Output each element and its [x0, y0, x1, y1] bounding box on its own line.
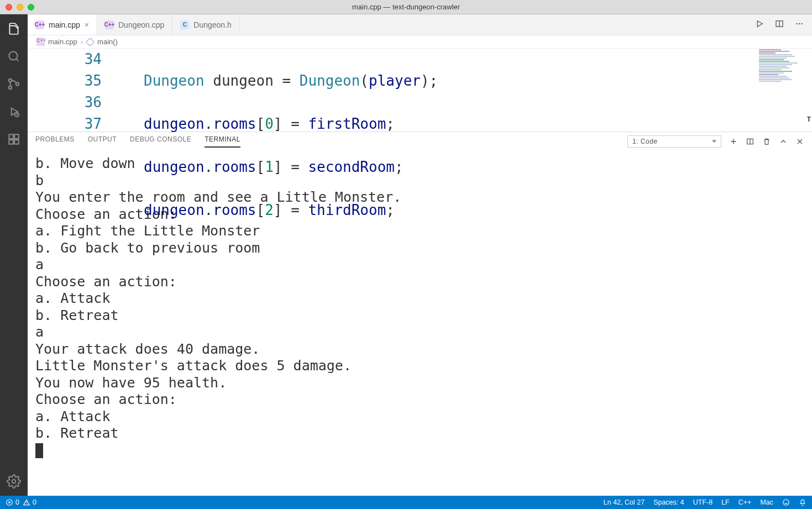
panel-tab-problems[interactable]: PROBLEMS — [35, 135, 75, 148]
status-bar: 0 0 Ln 42, Col 27 Spaces: 4 UTF-8 LF C++… — [0, 496, 812, 509]
svg-point-15 — [801, 23, 802, 24]
tab-dungeon-h[interactable]: C Dungeon.h — [172, 14, 240, 35]
svg-rect-6 — [9, 134, 13, 139]
line-number: 34 — [28, 49, 102, 70]
source-control-icon[interactable] — [6, 76, 22, 92]
terminal-cursor — [35, 443, 43, 458]
h-file-icon: C — [180, 20, 189, 29]
tab-main-cpp[interactable]: C++ main.cpp × — [28, 14, 97, 35]
status-cursor-pos[interactable]: Ln 42, Col 27 — [604, 498, 645, 506]
minimap-badge: T — [807, 109, 811, 130]
window-title: main.cpp — text-dungeon-crawler — [0, 3, 812, 11]
svg-point-14 — [799, 23, 800, 24]
svg-point-19 — [783, 500, 789, 506]
explorer-icon[interactable] — [6, 21, 22, 36]
svg-point-1 — [9, 79, 12, 82]
svg-point-2 — [9, 86, 12, 89]
editor-area: C++ main.cpp × C++ Dungeon.cpp C Dungeon… — [28, 14, 812, 496]
svg-point-13 — [796, 23, 797, 24]
breadcrumb[interactable]: C++ main.cpp › main() — [28, 35, 812, 49]
editor-actions — [755, 14, 812, 35]
tab-dungeon-cpp[interactable]: C++ Dungeon.cpp — [97, 14, 172, 35]
debug-icon[interactable] — [6, 104, 22, 119]
code-editor[interactable]: 34 35 36 37 Dungeon dungeon = Dungeon(pl… — [28, 49, 812, 132]
close-window-button[interactable] — [6, 4, 12, 11]
breadcrumb-symbol: main() — [97, 38, 118, 46]
chevron-right-icon: › — [81, 38, 83, 46]
status-language[interactable]: C++ — [738, 498, 752, 506]
notifications-icon[interactable] — [799, 498, 806, 506]
search-icon[interactable] — [6, 49, 22, 64]
maximize-window-button[interactable] — [28, 4, 34, 11]
panel-tab-output[interactable]: OUTPUT — [88, 135, 117, 148]
close-tab-icon[interactable]: × — [85, 20, 89, 29]
line-number: 37 — [28, 113, 102, 135]
tab-label: Dungeon.h — [193, 20, 232, 29]
line-gutter: 34 35 36 37 — [28, 49, 116, 132]
status-warnings[interactable]: 0 — [23, 498, 36, 506]
more-icon[interactable] — [794, 19, 804, 31]
svg-rect-7 — [14, 134, 19, 139]
tab-label: Dungeon.cpp — [118, 20, 164, 29]
cpp-file-icon: C++ — [105, 20, 114, 29]
svg-rect-9 — [14, 140, 19, 144]
svg-rect-8 — [9, 140, 13, 144]
cpp-file-icon: C++ — [35, 20, 44, 29]
window-titlebar: main.cpp — text-dungeon-crawler — [0, 0, 812, 14]
line-number: 36 — [28, 92, 102, 113]
terminal-selector[interactable]: 1: Code — [627, 135, 721, 148]
svg-marker-11 — [757, 20, 762, 27]
svg-point-0 — [9, 51, 17, 60]
status-eol[interactable]: LF — [721, 498, 730, 506]
minimap[interactable]: T — [757, 49, 812, 132]
settings-gear-icon[interactable] — [6, 474, 22, 489]
minimize-window-button[interactable] — [17, 4, 23, 11]
code-content[interactable]: Dungeon dungeon = Dungeon(player); dunge… — [116, 49, 812, 132]
cpp-file-icon: C++ — [36, 38, 45, 46]
status-encoding[interactable]: UTF-8 — [693, 498, 713, 506]
split-editor-icon[interactable] — [774, 19, 784, 31]
editor-tabs: C++ main.cpp × C++ Dungeon.cpp C Dungeon… — [28, 14, 812, 35]
svg-point-10 — [12, 480, 16, 484]
window-controls — [0, 4, 34, 11]
status-indent[interactable]: Spaces: 4 — [653, 498, 684, 506]
feedback-icon[interactable] — [782, 498, 790, 506]
svg-rect-16 — [86, 38, 94, 46]
line-number: 35 — [28, 70, 102, 92]
breadcrumb-file: main.cpp — [48, 38, 77, 46]
status-errors[interactable]: 0 — [6, 498, 19, 506]
activity-bar — [0, 14, 28, 496]
extensions-icon[interactable] — [6, 132, 22, 147]
run-icon[interactable] — [755, 19, 764, 31]
tab-label: main.cpp — [49, 20, 80, 29]
status-os[interactable]: Mac — [760, 498, 773, 506]
symbol-function-icon — [86, 38, 94, 46]
